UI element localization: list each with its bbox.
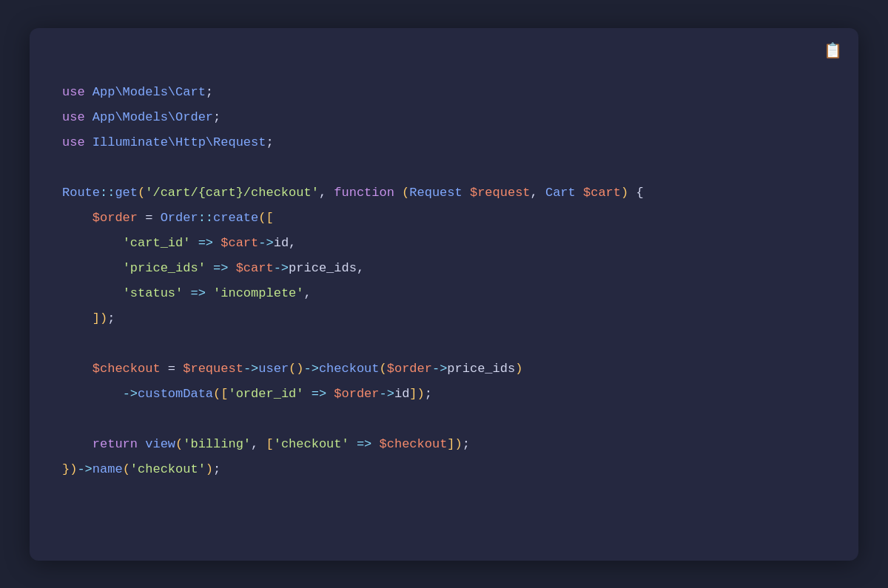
- line-close-array: ]);: [62, 311, 115, 325]
- line-checkout-2: ->customData(['order_id' => $order->id])…: [62, 387, 432, 401]
- line-price-ids: 'price_ids' => $cart->price_ids,: [62, 261, 364, 275]
- code-block: use App\Models\Cart; use App\Models\Orde…: [62, 55, 826, 507]
- line-status: 'status' => 'incomplete',: [62, 286, 312, 300]
- clipboard-icon[interactable]: 📋: [824, 41, 842, 60]
- line-use-cart: use App\Models\Cart;: [62, 85, 213, 99]
- line-close-fn: })->name('checkout');: [62, 462, 221, 476]
- line-return: return view('billing', ['checkout' => $c…: [62, 437, 470, 451]
- code-container: 📋 use App\Models\Cart; use App\Models\Or…: [30, 28, 858, 561]
- line-route: Route::get('/cart/{cart}/checkout', func…: [62, 186, 644, 200]
- line-use-request: use Illuminate\Http\Request;: [62, 135, 274, 149]
- line-order-assign: $order = Order::create([: [62, 211, 274, 225]
- line-cart-id: 'cart_id' => $cart->id,: [62, 236, 296, 250]
- line-checkout-1: $checkout = $request->user()->checkout($…: [62, 362, 522, 376]
- line-use-order: use App\Models\Order;: [62, 110, 221, 124]
